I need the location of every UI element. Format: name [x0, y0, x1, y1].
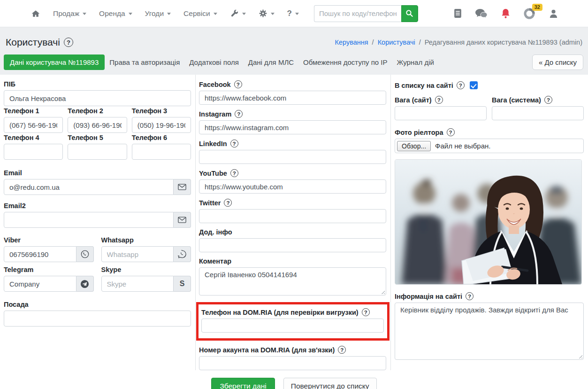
- breadcrumb-link-management[interactable]: Керування: [335, 39, 368, 46]
- facebook-input[interactable]: [199, 91, 386, 105]
- skype-label: Skype: [101, 266, 191, 273]
- phone6-input[interactable]: [132, 144, 191, 160]
- breadcrumb-link-users[interactable]: Користувачі: [378, 39, 415, 46]
- linkedin-input[interactable]: [199, 150, 386, 164]
- instagram-input[interactable]: [199, 120, 386, 134]
- whatsapp-button[interactable]: [174, 246, 191, 262]
- tab-user-data[interactable]: Дані користувача №119893: [4, 54, 105, 70]
- tab-extra-fields[interactable]: Додаткові поля: [184, 54, 244, 70]
- realtor-photo: [395, 159, 582, 285]
- tools-menu[interactable]: [230, 9, 246, 18]
- menu-rent[interactable]: Оренда: [99, 9, 132, 18]
- help-circle-icon[interactable]: ?: [338, 346, 346, 354]
- help-circle-icon[interactable]: ?: [230, 169, 238, 177]
- return-to-list-button[interactable]: Повернутися до списку: [283, 378, 377, 389]
- help-circle-icon[interactable]: ?: [224, 199, 232, 207]
- settings-menu[interactable]: [259, 9, 275, 18]
- messages-icon[interactable]: [475, 8, 488, 19]
- menu-deals[interactable]: Угоди: [145, 9, 171, 18]
- domria-phone-input[interactable]: [201, 319, 384, 333]
- phone3-input[interactable]: [132, 117, 191, 133]
- weight-system-input[interactable]: [492, 106, 584, 120]
- weight-site-input[interactable]: [395, 106, 487, 120]
- send-email2-button[interactable]: [174, 212, 191, 228]
- notifications-bell-icon[interactable]: [501, 8, 511, 19]
- viber-input[interactable]: [4, 246, 76, 262]
- youtube-input[interactable]: [199, 179, 386, 194]
- breadcrumb: Керування / Користувачі / Редагування да…: [335, 39, 582, 46]
- tab-action-log[interactable]: Журнал дій: [392, 54, 438, 70]
- help-circle-icon[interactable]: ?: [447, 128, 455, 136]
- site-list-label-text: В списку на сайті: [395, 82, 453, 89]
- whatsapp-icon: [178, 250, 186, 258]
- telegram-button[interactable]: [76, 276, 94, 292]
- chevron-down-icon: [214, 13, 217, 15]
- email-input[interactable]: [4, 179, 174, 195]
- phone2-input[interactable]: [68, 117, 127, 133]
- realtor-photo-label: Фото ріелтора?: [395, 128, 584, 136]
- help-circle-icon[interactable]: ?: [230, 140, 238, 148]
- help-circle-icon[interactable]: ?: [466, 292, 473, 300]
- send-email-button[interactable]: [174, 179, 191, 195]
- instagram-label-text: Instagram: [199, 110, 231, 118]
- column-site: В списку на сайті? Вага (сайт)? Вага (си…: [391, 75, 588, 370]
- skype-button[interactable]: S: [174, 276, 191, 292]
- extra-info-input[interactable]: [199, 238, 386, 252]
- help-circle-icon[interactable]: ?: [64, 38, 73, 47]
- journal-icon[interactable]: [454, 8, 462, 18]
- site-info-label-text: Інформація на сайті: [395, 293, 462, 300]
- whatsapp-input[interactable]: [101, 246, 174, 262]
- phone4-input[interactable]: [4, 144, 63, 160]
- position-label: Посада: [4, 301, 191, 308]
- position-input[interactable]: [4, 311, 191, 327]
- user-profile-icon[interactable]: [549, 9, 558, 18]
- menu-rent-label: Оренда: [99, 9, 125, 18]
- home-icon[interactable]: [31, 9, 40, 18]
- tab-rights[interactable]: Права та авторизація: [105, 54, 184, 70]
- domria-account-input[interactable]: [199, 356, 386, 370]
- tab-mls[interactable]: Дані для МЛС: [244, 54, 298, 70]
- browse-button[interactable]: Обзор...: [397, 141, 431, 151]
- telegram-label: Telegram: [4, 266, 94, 273]
- email2-input[interactable]: [4, 212, 174, 228]
- help-circle-icon[interactable]: ?: [435, 96, 443, 104]
- tab-ip-restrictions[interactable]: Обмеження доступу по IP: [298, 54, 392, 70]
- twitter-input[interactable]: [199, 209, 386, 223]
- calls-history-icon[interactable]: 32: [524, 8, 536, 20]
- menu-sale[interactable]: Продаж: [53, 9, 86, 18]
- fio-input[interactable]: [4, 90, 191, 106]
- page-title: Користувачі ?: [6, 37, 73, 48]
- extra-info-label: Дод. інфо: [199, 228, 386, 236]
- search-button[interactable]: [401, 5, 418, 22]
- page-title-text: Користувачі: [6, 37, 60, 48]
- phone5-input[interactable]: [68, 144, 127, 160]
- search-input[interactable]: [314, 5, 401, 22]
- weight-site-label: Вага (сайт)?: [395, 96, 487, 104]
- chevron-down-icon: [295, 13, 299, 15]
- viber-button[interactable]: [76, 246, 94, 262]
- back-to-list-button[interactable]: « До списку: [532, 54, 583, 70]
- help-circle-icon[interactable]: ?: [234, 80, 242, 88]
- help-circle-icon[interactable]: ?: [544, 96, 552, 104]
- site-list-checkbox[interactable]: [470, 81, 478, 89]
- phone1-label: Телефон 1: [4, 107, 63, 115]
- navbar-right-icons: 32: [454, 8, 558, 20]
- help-circle-icon[interactable]: ?: [457, 81, 465, 89]
- skype-input[interactable]: [101, 276, 174, 292]
- help-circle-icon[interactable]: ?: [362, 308, 370, 316]
- help-menu[interactable]: ?: [287, 9, 299, 18]
- weight-system-label-text: Вага (система): [492, 96, 541, 104]
- no-file-text: Файл не выбран.: [435, 142, 490, 150]
- tabs-bar: Дані користувача №119893 Права та автори…: [0, 54, 588, 75]
- comment-textarea[interactable]: Сергій Іваненко 0504141694: [199, 267, 386, 296]
- telegram-input[interactable]: [4, 276, 76, 292]
- help-circle-icon[interactable]: ?: [235, 110, 243, 118]
- photo-file-input[interactable]: Обзор... Файл не выбран.: [395, 139, 584, 153]
- save-button[interactable]: Зберегти дані: [211, 378, 275, 389]
- viber-icon: [81, 250, 89, 258]
- wrench-icon: [230, 9, 239, 18]
- column-contacts: ПІБ Телефон 1 Телефон 2 Телефон 3: [0, 75, 196, 370]
- site-info-textarea[interactable]: Керівник відділу продажів. Завжди відкри…: [395, 303, 584, 360]
- phone1-input[interactable]: [4, 117, 63, 133]
- menu-services[interactable]: Сервіси: [183, 9, 217, 18]
